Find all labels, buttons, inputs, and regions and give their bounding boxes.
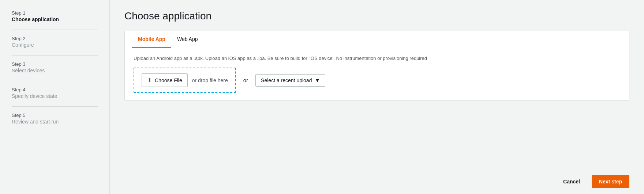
footer: Cancel Next step	[110, 169, 644, 194]
upload-description: Upload an Android app as a .apk. Upload …	[134, 56, 620, 61]
recent-upload-label: Select a recent upload	[261, 77, 312, 83]
drop-text: or drop file here	[192, 77, 228, 83]
sidebar-step-4: Step 4 Specify device state	[12, 87, 98, 99]
choose-file-label: Choose File	[155, 77, 182, 83]
main-content: Choose application Mobile App Web App Up…	[110, 0, 644, 169]
cancel-button[interactable]: Cancel	[557, 176, 586, 187]
recent-upload-dropdown[interactable]: Select a recent upload ▼	[255, 74, 325, 87]
upload-icon: ⬆	[147, 77, 152, 84]
step-5-name: Review and start run	[12, 119, 98, 125]
step-2-name: Configure	[12, 42, 98, 48]
sidebar-step-2: Step 2 Configure	[12, 36, 98, 48]
divider-3	[12, 81, 98, 81]
card-body: Upload an Android app as a .apk. Upload …	[125, 48, 629, 100]
divider-4	[12, 106, 98, 107]
step-2-label: Step 2	[12, 36, 98, 41]
step-3-name: Select devices	[12, 68, 98, 73]
divider-2	[12, 55, 98, 56]
dropzone[interactable]: ⬆ Choose File or drop file here	[134, 68, 236, 93]
step-1-name: Choose application	[12, 16, 98, 22]
step-3-label: Step 3	[12, 61, 98, 67]
app-card: Mobile App Web App Upload an Android app…	[124, 31, 629, 100]
tab-bar: Mobile App Web App	[125, 31, 629, 48]
step-1-label: Step 1	[12, 10, 98, 16]
step-4-name: Specify device state	[12, 93, 98, 99]
divider-1	[12, 30, 98, 30]
next-step-button[interactable]: Next step	[592, 175, 629, 188]
step-5-label: Step 5	[12, 113, 98, 118]
step-4-label: Step 4	[12, 87, 98, 92]
sidebar-step-5: Step 5 Review and start run	[12, 113, 98, 125]
sidebar-step-3: Step 3 Select devices	[12, 61, 98, 73]
sidebar-step-1: Step 1 Choose application	[12, 10, 98, 22]
dropdown-chevron-icon: ▼	[315, 77, 320, 83]
page-title: Choose application	[124, 10, 629, 22]
tab-mobile-app[interactable]: Mobile App	[132, 31, 171, 48]
upload-row: ⬆ Choose File or drop file here or Selec…	[134, 68, 620, 93]
tab-web-app[interactable]: Web App	[171, 31, 204, 48]
sidebar: Step 1 Choose application Step 2 Configu…	[0, 0, 110, 194]
or-separator: or	[243, 77, 248, 83]
choose-file-button[interactable]: ⬆ Choose File	[142, 73, 188, 87]
